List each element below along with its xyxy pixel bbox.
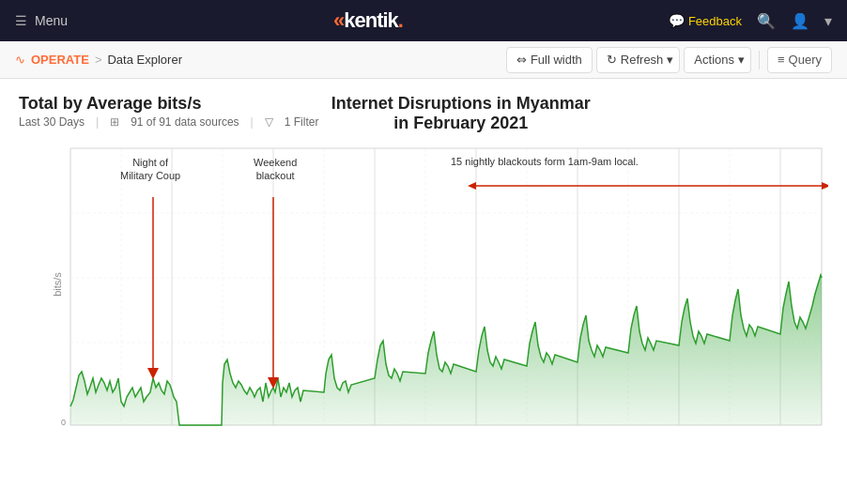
toolbar: ∿ OPERATE > Data Explorer ⇔ Full width ↻…: [0, 41, 847, 79]
date-range-label: Last 30 Days: [19, 115, 85, 129]
sub-divider2: |: [251, 115, 254, 129]
toolbar-actions: ⇔ Full width ↻ Refresh ▾ Actions ▾ ≡ Que…: [506, 47, 832, 73]
chart-subtitle: Last 30 Days | ⊞ 91 of 91 data sources |…: [19, 115, 318, 129]
query-button[interactable]: ≡ Query: [767, 47, 832, 73]
annotation-weekend-blackout: Weekend blackout: [254, 156, 297, 183]
center-title-line2: in February 2021: [318, 114, 603, 133]
actions-caret-icon: ▾: [738, 53, 745, 67]
nav-right: 💬 Feedback 🔍 👤 ▾: [669, 12, 832, 30]
annotation-nightly-blackouts: 15 nightly blackouts form 1am-9am local.: [451, 156, 639, 167]
caret-down-icon[interactable]: ▾: [824, 12, 832, 30]
refresh-caret-icon: ▾: [667, 53, 673, 67]
full-width-button[interactable]: ⇔ Full width: [506, 47, 593, 73]
sub-divider: |: [96, 115, 99, 129]
refresh-icon: ↻: [607, 53, 617, 67]
nav-left: ☰ Menu: [15, 13, 68, 28]
operate-icon: ∿: [15, 53, 25, 67]
content-area: Total by Average bits/s Last 30 Days | ⊞…: [0, 79, 847, 430]
data-explorer-label[interactable]: Data Explorer: [107, 53, 181, 67]
hamburger-icon[interactable]: ☰: [15, 13, 27, 28]
breadcrumb: ∿ OPERATE > Data Explorer: [15, 53, 506, 67]
toolbar-divider: [759, 51, 760, 69]
data-sources-icon: ⊞: [110, 115, 119, 129]
chart-left-title: Total by Average bits/s: [19, 94, 318, 114]
speech-bubble-icon: 💬: [669, 13, 685, 28]
query-icon: ≡: [778, 53, 785, 67]
svg-text:0: 0: [61, 418, 66, 427]
chart-wrapper: bits/s Night of Military Coup Weekend bl…: [19, 139, 828, 430]
user-icon[interactable]: 👤: [791, 12, 809, 30]
annotation-military-coup: Night of Military Coup: [120, 156, 180, 183]
breadcrumb-separator: >: [95, 53, 102, 67]
y-axis-label: bits/s: [52, 272, 63, 297]
search-icon[interactable]: 🔍: [757, 12, 776, 30]
filter-icon: ▽: [265, 115, 273, 129]
center-title-line1: Internet Disruptions in Myanmar: [318, 94, 603, 114]
kentik-logo: «kentik.: [333, 8, 403, 33]
full-width-icon: ⇔: [516, 53, 527, 67]
operate-label[interactable]: OPERATE: [31, 53, 89, 67]
feedback-button[interactable]: 💬 Feedback: [669, 13, 742, 28]
data-sources-label: 91 of 91 data sources: [131, 115, 239, 129]
refresh-button[interactable]: ↻ Refresh ▾: [596, 47, 681, 73]
top-navigation: ☰ Menu «kentik. 💬 Feedback 🔍 👤 ▾: [0, 0, 847, 41]
svg-marker-27: [822, 182, 828, 190]
filter-label: 1 Filter: [285, 115, 319, 129]
actions-button[interactable]: Actions ▾: [684, 47, 751, 73]
chart-left-header: Total by Average bits/s Last 30 Days | ⊞…: [19, 94, 318, 129]
menu-label[interactable]: Menu: [35, 13, 68, 28]
chart-center-title: Internet Disruptions in Myanmar in Febru…: [318, 94, 603, 133]
